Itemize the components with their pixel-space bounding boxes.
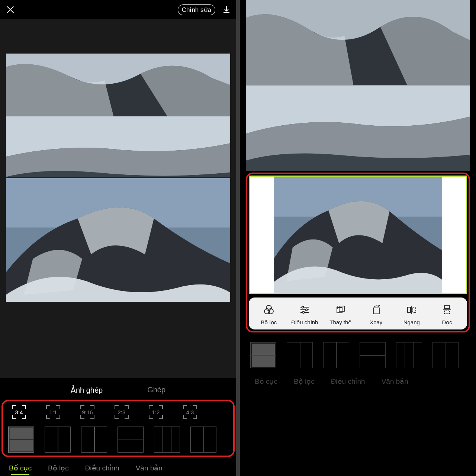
tab-text[interactable]: Văn bản	[136, 464, 163, 472]
download-icon[interactable]	[222, 5, 231, 14]
tab-filter[interactable]: Bộ lọc	[48, 464, 69, 472]
right-canvas: Bộ lọc Điều chỉnh Thay thế	[240, 0, 476, 476]
tool-filter[interactable]: Bộ lọc	[256, 304, 282, 326]
layout-grid-4[interactable]	[432, 342, 459, 368]
aspect-4-3[interactable]: 4:3	[179, 405, 201, 420]
layout-template-row-dimmed	[246, 335, 470, 370]
topbar-right: Chỉnh sửa	[178, 4, 231, 15]
svg-rect-17	[408, 307, 411, 312]
rotate-icon	[370, 304, 382, 315]
tab-text: Văn bản	[382, 377, 408, 386]
tool-vertical-label: Dọc	[442, 319, 452, 326]
collage-photo-top[interactable]	[6, 54, 230, 177]
mode-tabs: Ảnh ghép Ghép	[0, 378, 236, 400]
tab-adjust[interactable]: Điều chỉnh	[85, 464, 119, 472]
layout-template-row	[4, 424, 232, 455]
tab-layout: Bố cục	[255, 377, 277, 386]
flip-horizontal-icon	[406, 304, 417, 315]
sliders-icon	[299, 304, 310, 315]
close-icon[interactable]	[5, 4, 16, 15]
collage-frame[interactable]	[6, 54, 230, 302]
svg-rect-16	[373, 308, 379, 314]
aspect-3-4[interactable]: 3:4	[8, 405, 30, 420]
layout-2-vertical[interactable]	[287, 342, 313, 368]
tool-replace-label: Thay thế	[329, 319, 351, 326]
tool-rotate-label: Xoay	[370, 319, 382, 325]
highlight-box-right: Bộ lọc Điều chỉnh Thay thế	[246, 173, 470, 332]
collage-photo-bottom[interactable]	[6, 177, 230, 302]
bottom-tabs-dimmed: Bố cục Bộ lọc Điều chỉnh Văn bản	[246, 370, 470, 390]
topbar: Chỉnh sửa	[0, 0, 236, 19]
svg-point-12	[306, 309, 308, 311]
collage-photo-top[interactable]	[246, 0, 470, 171]
aspect-2-3[interactable]: 2:3	[111, 405, 132, 420]
tab-adjust: Điều chỉnh	[331, 377, 365, 386]
layout-2-horizontal[interactable]	[250, 342, 276, 368]
replace-icon	[335, 304, 346, 315]
selected-photo-frame[interactable]	[249, 176, 467, 294]
layout-left-split[interactable]	[81, 427, 107, 453]
edit-button[interactable]: Chỉnh sửa	[178, 4, 215, 15]
left-screenshot: Chỉnh sửa	[0, 0, 236, 476]
mode-tab-stitch[interactable]: Ghép	[147, 386, 165, 395]
tool-adjust-label: Điều chỉnh	[291, 319, 318, 326]
svg-rect-20	[444, 311, 450, 314]
aspect-ratio-row: 3:4 1:1 9:16 2:3 1:2 4:3	[4, 404, 232, 424]
svg-rect-15	[339, 306, 344, 311]
tool-replace[interactable]: Thay thế	[328, 304, 354, 326]
aspect-9-16[interactable]: 9:16	[77, 405, 98, 420]
tool-horizontal-label: Ngang	[403, 319, 420, 325]
layout-3-vertical[interactable]	[396, 342, 422, 368]
canvas-area	[0, 19, 236, 378]
layout-grid-4[interactable]	[190, 427, 216, 453]
tool-flip-horizontal[interactable]: Ngang	[399, 304, 425, 326]
mode-tab-collage[interactable]: Ảnh ghép	[71, 386, 103, 395]
layout-2-horizontal[interactable]	[8, 427, 34, 453]
tool-adjust[interactable]: Điều chỉnh	[291, 304, 318, 326]
highlight-box-left: 3:4 1:1 9:16 2:3 1:2 4:3	[1, 400, 235, 457]
aspect-1-1[interactable]: 1:1	[42, 405, 64, 420]
selected-photo[interactable]	[274, 177, 442, 293]
tool-rotate[interactable]: Xoay	[363, 304, 389, 326]
photo-tools-panel: Bộ lọc Điều chỉnh Thay thế	[249, 298, 467, 329]
layout-3-vertical[interactable]	[154, 427, 180, 453]
bottom-tabs: Bố cục Bộ lọc Điều chỉnh Văn bản	[0, 457, 236, 476]
tab-layout[interactable]: Bố cục	[9, 464, 32, 472]
layout-top-bottom-split[interactable]	[360, 342, 386, 368]
svg-point-13	[303, 312, 305, 313]
svg-point-11	[302, 306, 304, 308]
svg-rect-18	[413, 307, 416, 312]
layout-top-bottom-split[interactable]	[118, 427, 144, 453]
filter-icon	[263, 304, 274, 315]
svg-rect-19	[444, 306, 450, 309]
right-screenshot: Bộ lọc Điều chỉnh Thay thế	[240, 0, 476, 476]
flip-vertical-icon	[441, 304, 453, 315]
tool-filter-label: Bộ lọc	[261, 319, 277, 326]
tool-flip-vertical[interactable]: Dọc	[434, 304, 460, 326]
tab-filter: Bộ lọc	[294, 377, 315, 386]
aspect-1-2[interactable]: 1:2	[145, 405, 167, 420]
layout-left-split[interactable]	[323, 342, 349, 368]
layout-2-vertical[interactable]	[45, 427, 71, 453]
